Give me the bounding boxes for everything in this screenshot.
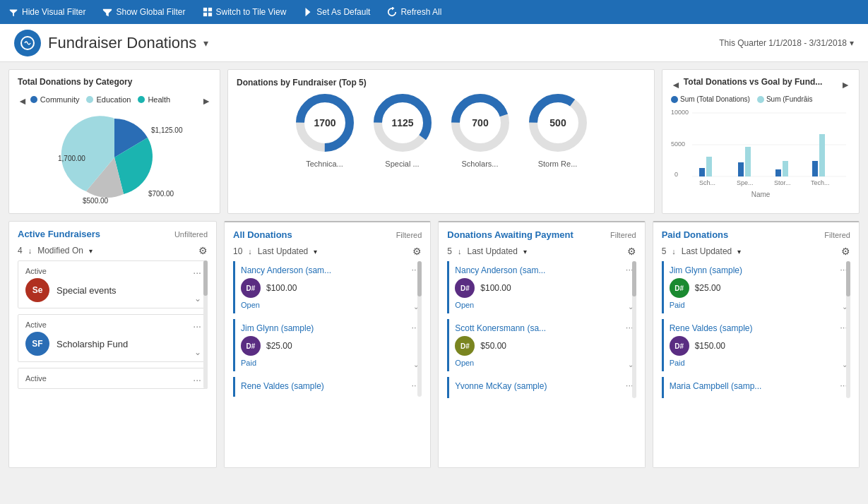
donation-amount-1: $100.00: [266, 283, 297, 293]
awaiting-sort-field[interactable]: Last Updated: [468, 246, 518, 256]
awaiting-name-3[interactable]: Yvonne McKay (sample): [455, 381, 630, 391]
paid-sort-field-chevron[interactable]: ▾: [737, 248, 741, 256]
svg-text:Sch...: Sch...: [699, 179, 715, 186]
all-sort-down-icon[interactable]: ↓: [248, 247, 252, 256]
pie-prev-arrow[interactable]: ◄: [18, 95, 28, 107]
bar-legend-2: Sum (Fundrāis: [757, 95, 813, 103]
svg-text:1125: 1125: [391, 117, 413, 128]
paid-name-3[interactable]: Maria Campbell (samp...: [670, 381, 845, 391]
hide-visual-filter-label: Hide Visual Filter: [22, 7, 85, 17]
paid-name-2[interactable]: Rene Valdes (sample): [670, 323, 845, 333]
svg-text:700: 700: [472, 117, 489, 128]
paid-name-1[interactable]: Jim Glynn (sample): [670, 265, 845, 275]
awaiting-status-1[interactable]: Open: [455, 301, 630, 309]
donut-3: 700 Scholars...: [448, 91, 512, 168]
active-fundraisers-list: Active Se Special events ··· ⌄ Active SF…: [18, 260, 208, 389]
active-sort-field[interactable]: Modified On: [37, 246, 83, 256]
paid-sort-field[interactable]: Last Updated: [682, 246, 732, 256]
active-sort-down-icon[interactable]: ↓: [28, 246, 32, 255]
donation-name-2[interactable]: Jim Glynn (sample): [241, 323, 416, 333]
all-sort-field-chevron[interactable]: ▾: [314, 248, 317, 256]
active-sort-field-chevron[interactable]: ▾: [89, 247, 93, 255]
bar-next-arrow[interactable]: ►: [840, 79, 850, 90]
item-dots-1[interactable]: ···: [193, 267, 201, 278]
awaiting-scrollbar-track: [632, 261, 636, 398]
pie-next-arrow[interactable]: ►: [201, 95, 211, 107]
bar-prev-arrow[interactable]: ◄: [671, 79, 681, 90]
donation-name-1[interactable]: Nancy Anderson (sam...: [241, 265, 416, 275]
svg-text:$500.00: $500.00: [83, 197, 109, 205]
active-filter-icon[interactable]: ⚙: [198, 245, 208, 256]
header-left: Fundraiser Donations ▾: [14, 30, 208, 56]
list-item: Maria Campbell (samp... ···: [662, 377, 850, 398]
set-as-default-btn[interactable]: Set As Default: [303, 7, 370, 17]
all-filter-icon[interactable]: ⚙: [412, 246, 422, 257]
awaiting-avatar-1: D#: [455, 278, 475, 298]
awaiting-name-1[interactable]: Nancy Anderson (sam...: [455, 265, 630, 275]
paid-filter-icon[interactable]: ⚙: [841, 246, 850, 257]
svg-rect-3: [208, 13, 211, 16]
svg-text:$700.00: $700.00: [148, 190, 174, 198]
all-scrollbar-track: [417, 261, 422, 397]
charts-row: Total Donations by Category ◄ Community …: [8, 69, 860, 214]
awaiting-name-2[interactable]: Scott Konersmann (sa...: [455, 323, 630, 333]
item-dots-2[interactable]: ···: [193, 320, 201, 332]
fundraiser-name-1: Special events: [57, 285, 117, 296]
app-icon: [14, 30, 41, 56]
date-range-dropdown-icon[interactable]: ▾: [850, 38, 854, 48]
donation-status-1[interactable]: Open: [241, 301, 416, 309]
scrollbar-thumb[interactable]: [203, 260, 208, 296]
paid-scrollbar-track: [846, 261, 850, 398]
donation-status-2[interactable]: Paid: [241, 359, 416, 367]
item-dots-3[interactable]: ···: [193, 374, 201, 385]
awaiting-sort-controls: 5 ↓ Last Updated ▾ ⚙: [447, 246, 636, 257]
active-fundraisers-card: Active Fundraisers Unfiltered 4 ↓ Modifi…: [8, 221, 217, 468]
show-global-filter-btn[interactable]: Show Global Filter: [102, 7, 185, 17]
svg-text:10000: 10000: [671, 109, 689, 116]
show-global-filter-label: Show Global Filter: [116, 7, 185, 17]
paid-sort-controls: 5 ↓ Last Updated ▾ ⚙: [662, 246, 850, 257]
all-scrollbar-thumb[interactable]: [417, 261, 422, 296]
list-item: Jim Glynn (sample) D# $25.00 Paid ··· ⌄: [233, 319, 422, 371]
paid-scrollbar-thumb[interactable]: [846, 261, 850, 296]
awaiting-scrollbar-thumb[interactable]: [632, 261, 636, 296]
switch-tile-view-btn[interactable]: Switch to Tile View: [203, 7, 287, 17]
donation-name-3[interactable]: Rene Valdes (sample): [241, 381, 416, 391]
title-dropdown-icon[interactable]: ▾: [203, 37, 208, 49]
active-fundraisers-header: Active Fundraisers Unfiltered: [18, 229, 208, 239]
expand-btn-2[interactable]: ⌄: [194, 347, 201, 357]
list-item: Rene Valdes (sample) D# $150.00 Paid ···…: [662, 319, 850, 371]
active-fundraisers-badge: Unfiltered: [174, 230, 208, 239]
awaiting-status-2[interactable]: Open: [455, 359, 630, 367]
donut-2: 1125 Special ...: [371, 91, 434, 168]
donut-3-label: Scholars...: [448, 160, 512, 168]
active-sort-count: 4: [18, 246, 23, 256]
all-donations-title: All Donations: [233, 229, 292, 240]
all-donations-header: All Donations Filtered: [233, 229, 422, 240]
svg-text:Stor...: Stor...: [774, 179, 791, 186]
hide-visual-filter-btn[interactable]: Hide Visual Filter: [8, 7, 85, 17]
list-item: Rene Valdes (sample) ···: [233, 377, 422, 397]
switch-tile-view-label: Switch to Tile View: [216, 7, 287, 17]
paid-donations-card: Paid Donations Filtered 5 ↓ Last Updated…: [653, 221, 860, 468]
active-fundraisers-title: Active Fundraisers: [18, 229, 100, 239]
awaiting-sort-down-icon[interactable]: ↓: [458, 247, 462, 256]
header-date-range: This Quarter 1/1/2018 - 3/31/2018 ▾: [719, 38, 854, 48]
paid-donations-badge: Filtered: [824, 231, 850, 239]
awaiting-filter-icon[interactable]: ⚙: [627, 246, 636, 257]
svg-rect-30: [745, 147, 751, 176]
donations-awaiting-badge: Filtered: [610, 231, 636, 239]
paid-status-1[interactable]: Paid: [670, 301, 845, 309]
list-item: Yvonne McKay (sample) ···: [447, 377, 636, 398]
expand-btn-1[interactable]: ⌄: [194, 294, 201, 304]
pie-chart-svg: $1,125.00 1,700.00 $500.00 $700.00: [44, 108, 185, 207]
all-donations-badge: Filtered: [396, 231, 422, 239]
donation-avatar-2: D#: [241, 336, 261, 356]
svg-rect-32: [783, 161, 788, 176]
refresh-all-btn[interactable]: Refresh All: [387, 7, 441, 17]
all-sort-field[interactable]: Last Updated: [258, 246, 308, 256]
avatar-se: Se: [25, 278, 49, 302]
paid-status-2[interactable]: Paid: [670, 359, 845, 367]
awaiting-sort-field-chevron[interactable]: ▾: [523, 248, 527, 256]
paid-sort-down-icon[interactable]: ↓: [672, 247, 676, 256]
